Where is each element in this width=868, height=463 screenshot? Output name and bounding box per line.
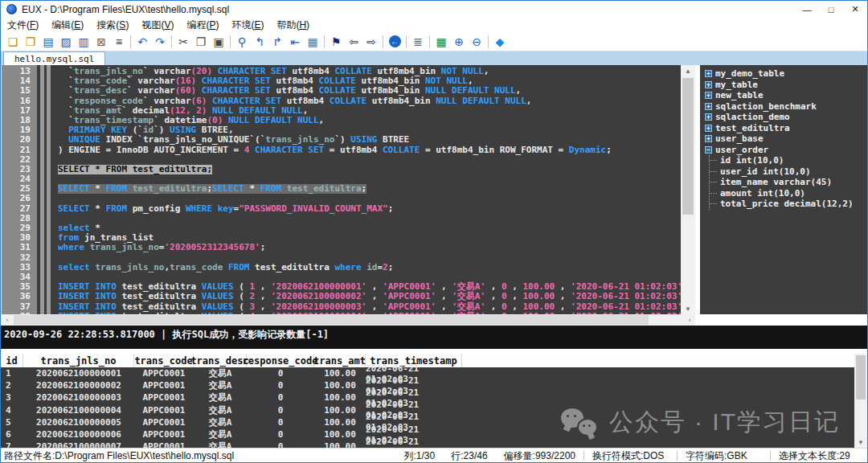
expand-icon[interactable]: + [705,125,712,132]
toolbar-separator [383,35,383,48]
save-icon[interactable]: ▤ [39,34,57,50]
menu-item-s[interactable]: 搜索(S) [90,18,135,32]
navigate-back-icon[interactable]: ← [386,34,403,50]
scroll-left-icon[interactable]: ‹ [2,314,13,326]
line-numbers-icon[interactable]: ≣ [409,34,427,50]
new-file-icon[interactable]: ❏ [4,34,22,50]
line-number: 15 [2,86,37,96]
maximize-button[interactable]: □ [819,1,843,18]
tree-item-user_order[interactable]: −user_order [705,145,868,156]
status-line: 行:23/46 [443,449,495,463]
outline-icon[interactable]: ≡ [110,34,128,50]
find-prev-icon[interactable]: ↰ [251,34,268,50]
menu-item-f[interactable]: 文件(F) [1,18,45,32]
column-header-trans_amt[interactable]: trans_amt [314,354,366,367]
line-number: 30 [2,233,37,243]
scroll-right-icon[interactable]: › [684,314,695,326]
close-button[interactable]: ✕ [843,1,867,18]
cell-trans_desc: 交易A [194,440,247,448]
code-line[interactable]: 31where trans_jnls_no='2020052312345678'… [2,243,681,252]
code-line[interactable]: 27SELECT * FROM pm_config WHERE key="PAS… [2,204,681,214]
editor-vertical-scrollbar[interactable]: ▲ ▼ [681,65,695,314]
tree-column-item[interactable]: id int(10,0) [710,155,868,166]
expand-icon[interactable]: + [705,113,712,121]
tree-column-item[interactable]: total_price decimal(12,2) [710,199,868,210]
zoom-out-icon[interactable]: ⊖ [468,34,485,50]
redo-icon[interactable]: ↷ [151,34,169,50]
column-header-trans_desc[interactable]: trans_desc [194,354,247,367]
tab-hello-mysql-sql[interactable]: hello.mysql.sql [3,51,105,65]
tree-item-user_base[interactable]: +user_base [705,133,868,145]
prev-bookmark-icon[interactable]: ⇦ [345,34,362,50]
save-as-icon[interactable]: ▨ [57,34,75,50]
minimize-button[interactable]: — [795,1,819,18]
column-header-response_code[interactable]: response_code [247,354,314,367]
scroll-down-icon[interactable]: ▼ [681,303,695,314]
find-icon[interactable]: ⚲ [233,34,251,50]
results-vscroll-thumb[interactable] [856,355,866,399]
tree-item-new_table[interactable]: +new_table [705,90,868,101]
expand-icon[interactable]: + [705,135,712,142]
code-line[interactable]: 28 [2,214,681,223]
tree-column-item[interactable]: user_id int(10,0) [710,166,868,178]
code-text: SELECT * FROM test_editultra; [58,165,212,174]
tree-item-sqlaction_demo[interactable]: +sqlaction_demo [705,112,868,123]
expand-icon[interactable]: + [705,81,712,88]
expand-icon[interactable]: + [705,92,712,99]
menu-item-v[interactable]: 视图(V) [135,18,180,32]
line-number: 37 [2,302,37,312]
menu-item-p[interactable]: 编程(P) [180,18,225,32]
tree-item-test_editultra[interactable]: +test_editultra [705,123,868,134]
line-number: 28 [2,214,37,223]
table-row[interactable]: 72020062100000007APPC0001交易A0100.002020-… [1,440,867,448]
cell-response_code: 0 [247,367,314,379]
copy-icon[interactable]: ❐ [192,34,210,50]
cell-trans_amt: 100.00 [314,404,366,416]
grid-icon[interactable]: ▦ [304,34,321,50]
goto-line-icon[interactable]: ⇤ [286,34,304,50]
results-vertical-scrollbar[interactable]: ▼ [854,354,867,448]
cell-trans_amt: 100.00 [314,379,366,391]
tree-item-sqlaction_benchmark[interactable]: +sqlaction_benchmark [705,101,868,113]
code-line[interactable]: 33select trans_jnls_no,trans_code FROM t… [2,263,681,272]
compile-icon[interactable]: ◆ [491,34,509,50]
paste-icon[interactable]: ▣ [210,34,227,50]
tree-column-label: id int(10,0) [720,155,784,166]
cut-icon[interactable]: ✂ [174,34,192,50]
collapse-icon[interactable]: − [705,146,712,154]
menu-item-e[interactable]: 环境(E) [225,18,270,32]
find-next-icon[interactable]: ↱ [268,34,286,50]
export-excel-icon[interactable]: ▦ [432,34,450,50]
code-line[interactable]: 23SELECT * FROM test_editultra; [2,165,681,174]
cell-trans_code: APPC0001 [134,391,194,404]
scroll-up-icon[interactable]: ▲ [681,65,695,76]
tree-column-item[interactable]: amount int(10,0) [710,188,868,199]
editor-vscroll-thumb[interactable] [682,78,694,215]
code-line[interactable]: 25SELECT * FROM test_editultra;SELECT * … [2,184,681,194]
tree-item-my_table[interactable]: +my_table [705,80,868,91]
expand-icon[interactable]: + [705,70,712,77]
results-scroll-down-icon[interactable]: ▼ [854,436,867,448]
zoom-in-icon[interactable]: ⊕ [450,34,468,50]
close-file-icon[interactable]: ⊠ [92,34,110,50]
expand-icon[interactable]: + [705,103,712,110]
line-number: 36 [2,292,37,301]
save-all-icon[interactable]: ▥ [75,34,92,50]
code-line[interactable]: 21) ENGINE = InnoDB AUTO_INCREMENT = 4 C… [2,145,681,155]
undo-icon[interactable]: ↶ [133,34,151,50]
menu-item-h[interactable]: 帮助(H) [270,18,316,32]
open-file-icon[interactable]: ❐ [22,34,39,50]
code-text: ) ENGINE = InnoDB AUTO_INCREMENT = 4 CHA… [58,145,612,155]
status-file-path: 路径文件名:D:\Program Files\EUX\test\hello.my… [1,449,396,463]
editor-horizontal-scrollbar[interactable]: ‹ › [2,314,695,326]
column-header-id[interactable]: id [1,354,23,367]
column-header-trans_code[interactable]: trans_code [134,354,194,367]
column-header-trans_jnls_no[interactable]: trans_jnls_no [23,354,134,367]
menu-item-e[interactable]: 编辑(E) [45,18,90,32]
tree-item-my_demo_table[interactable]: +my_demo_table [705,68,868,80]
code-editor[interactable]: 13 `trans_jnls_no` varchar(20) CHARACTER… [2,65,681,314]
next-bookmark-icon[interactable]: ⇨ [362,34,380,50]
bookmark-icon[interactable]: ⚑ [327,34,345,50]
tree-column-item[interactable]: item_name varchar(45) [710,177,868,188]
editor-hscroll-thumb[interactable] [14,315,649,325]
